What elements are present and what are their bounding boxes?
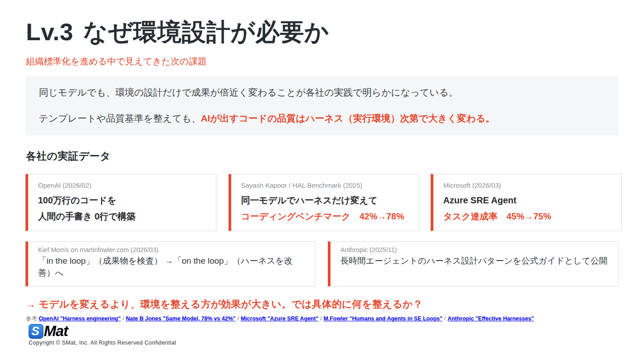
slide: Lv.3なぜ環境設計が必要か 組織標準化を進める中で見えてきた次の課題 同じモデ… [0, 0, 644, 362]
summary-box: 同じモデルでも、環境の設計だけで成果が倍近く変わることが各社の実践で明らかになっ… [25, 76, 619, 135]
conclusion-text: → モデルを変えるより、環境を整える方が効果が大きい。では具体的に何を整えるか？ [26, 298, 423, 311]
reference-separator: / [123, 316, 124, 322]
title-level: Lv.3 [26, 18, 73, 45]
title-text: なぜ環境設計が必要か [83, 18, 329, 45]
page-title: Lv.3なぜ環境設計が必要か [26, 16, 329, 49]
reference-separator: / [444, 316, 445, 322]
card-source: Microsoft (2026/03) [443, 181, 613, 190]
summary-line-1: 同じモデルでも、環境の設計だけで成果が倍近く変わることが各社の実践で明らかになっ… [39, 86, 605, 99]
summary-line-2-prefix: テンプレートや品質基準を整えても、 [39, 113, 201, 123]
evidence-card-anthropic: Anthropic (2025/11) 長時間エージェントのハーネス設計パターン… [328, 241, 619, 286]
card-source: Sayash Kapoor / HAL Benchmark (2025) [241, 181, 411, 190]
card-line-1: Azure SRE Agent [443, 194, 613, 207]
reference-link-openai[interactable]: OpenAI "Harness engineering" [38, 316, 120, 322]
copyright-text: Copyright © SMat, Inc. All Rights Reserv… [29, 340, 176, 346]
card-source: Anthropic (2025/11) [340, 246, 610, 254]
smat-logo-icon: S [29, 324, 43, 339]
reference-link-anthropic[interactable]: Anthropic "Effective Harnesses" [448, 316, 534, 322]
summary-line-2: テンプレートや品質基準を整えても、AIが出すコードの品質はハーネス（実行環境）次… [39, 112, 605, 125]
evidence-card-microsoft: Microsoft (2026/03) Azure SRE Agent タスク達… [431, 174, 622, 231]
card-line-1: 同一モデルでハーネスだけ変えて [241, 194, 411, 207]
evidence-card-hal-benchmark: Sayash Kapoor / HAL Benchmark (2025) 同一モ… [229, 174, 419, 231]
references: 参考:OpenAI "Harness engineering"/Nate B J… [26, 315, 534, 323]
summary-line-2-highlight: AIが出すコードの品質はハーネス（実行環境）次第で大きく変わる。 [201, 113, 495, 123]
reference-link-microsoft[interactable]: Microsoft "Azure SRE Agent" [241, 316, 318, 322]
card-line-2: 人間の手書き 0行で構築 [38, 210, 208, 223]
card-text: 「in the loop」（成果物を検査） →「on the loop」（ハーネ… [38, 255, 307, 279]
evidence-card-openai: OpenAI (2026/02) 100万行のコードを 人間の手書き 0行で構築 [25, 174, 216, 231]
smat-logo: S Mat [29, 323, 68, 340]
reference-link-mfowler[interactable]: M.Fowler "Humans and Agents in SE Loops" [324, 316, 443, 322]
evidence-card-kief-morris: Kief Morris on martinfowler.com (2026/03… [25, 241, 315, 286]
card-source: Kief Morris on martinfowler.com (2026/03… [38, 246, 307, 254]
reference-separator: / [237, 316, 239, 322]
card-source: OpenAI (2026/02) [38, 181, 208, 190]
page-subtitle: 組織標準化を進める中で見えてきた次の課題 [26, 55, 207, 67]
smat-logo-text: Mat [44, 323, 68, 340]
card-line-2: タスク達成率 45%→75% [443, 210, 613, 223]
references-label: 参考: [26, 316, 38, 322]
section-heading: 各社の実証データ [26, 149, 111, 163]
card-line-1: 100万行のコードを [38, 194, 208, 207]
card-line-2: コーディングベンチマーク 42%→78% [241, 210, 411, 223]
reference-link-nate-b-jones[interactable]: Nate B Jones "Same Model, 78% vs 42%" [126, 316, 235, 322]
card-text: 長時間エージェントのハーネス設計パターンを公式ガイドとして公開 [340, 255, 610, 267]
reference-separator: / [320, 316, 322, 322]
